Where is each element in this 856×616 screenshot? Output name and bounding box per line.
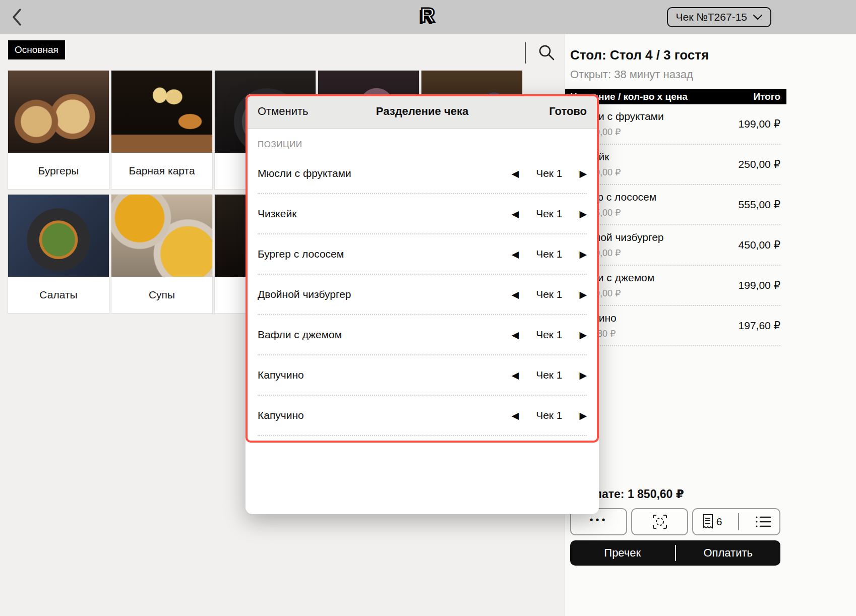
split-item-name: Вафли с джемом bbox=[258, 329, 512, 341]
order-panel: Стол: Стол 4 / 3 гостя Открыт: 38 минут … bbox=[565, 34, 856, 616]
check-selector-button[interactable]: Чек №Т267-15 bbox=[667, 7, 771, 27]
modal-title: Разделение чека bbox=[376, 105, 468, 118]
move-right-button[interactable]: ▶ bbox=[579, 289, 587, 300]
top-bar: R Чек №Т267-15 bbox=[0, 0, 856, 34]
category-tile-soups[interactable]: Супы bbox=[111, 195, 212, 313]
item-total: 197,60 ₽ bbox=[739, 320, 780, 332]
pay-button[interactable]: Оплатить bbox=[676, 546, 781, 560]
split-row: Мюсли с фруктами ◀ Чек 1 ▶ bbox=[258, 154, 587, 194]
order-row[interactable]: Бургер с лососем 1 x 555,00 ₽ 555,00 ₽ bbox=[570, 185, 780, 225]
receipt-list-button[interactable]: 6 bbox=[692, 508, 780, 535]
item-total: 555,00 ₽ bbox=[739, 199, 780, 211]
search-icon bbox=[537, 43, 556, 61]
split-item-name: Капучино bbox=[258, 409, 512, 421]
pay-bar: Пречек Оплатить bbox=[570, 540, 780, 566]
move-left-button[interactable]: ◀ bbox=[512, 410, 519, 421]
positions-section-label: ПОЗИЦИИ bbox=[258, 140, 599, 150]
split-row: Вафли с джемом ◀ Чек 1 ▶ bbox=[258, 315, 587, 355]
item-total: 450,00 ₽ bbox=[739, 239, 780, 251]
table-info: Стол: Стол 4 / 3 гостя bbox=[570, 47, 856, 63]
item-total: 199,00 ₽ bbox=[739, 118, 780, 130]
order-row[interactable]: Двойной чизбургер 1 x 450,00 ₽ 450,00 ₽ bbox=[570, 225, 780, 266]
tile-label: Супы bbox=[111, 277, 212, 313]
category-tab-main[interactable]: Основная bbox=[8, 40, 65, 59]
move-left-button[interactable]: ◀ bbox=[512, 329, 519, 340]
tile-label: Бургеры bbox=[8, 153, 109, 189]
check-assignment: Чек 1 bbox=[519, 288, 579, 300]
scan-icon bbox=[651, 513, 668, 530]
split-check-modal: Отменить Разделение чека Готово ПОЗИЦИИ … bbox=[246, 94, 599, 514]
order-row[interactable]: Мюсли с фруктами 1 x 199,00 ₽ 199,00 ₽ bbox=[570, 104, 780, 145]
tile-label: Салаты bbox=[8, 277, 109, 313]
scan-button[interactable] bbox=[631, 508, 688, 535]
order-row[interactable]: Чизкейк 1 x 250,00 ₽ 250,00 ₽ bbox=[570, 145, 780, 185]
split-row: Капучино ◀ Чек 1 ▶ bbox=[258, 355, 587, 396]
split-item-name: Капучино bbox=[258, 369, 512, 381]
chevron-down-icon bbox=[753, 15, 762, 20]
check-assignment: Чек 1 bbox=[519, 329, 579, 341]
soup-photo bbox=[111, 195, 212, 277]
list-icon bbox=[755, 515, 771, 528]
done-button[interactable]: Готово bbox=[549, 105, 587, 118]
category-tile-salads[interactable]: Салаты bbox=[8, 195, 109, 313]
category-tile-bar[interactable]: Барная карта bbox=[111, 71, 212, 189]
salad-photo bbox=[8, 195, 109, 277]
search-button[interactable] bbox=[535, 41, 558, 64]
item-total: 250,00 ₽ bbox=[739, 158, 780, 170]
move-left-button[interactable]: ◀ bbox=[512, 208, 519, 219]
split-item-name: Мюсли с фруктами bbox=[258, 167, 512, 179]
split-row: Бургер с лососем ◀ Чек 1 ▶ bbox=[258, 234, 587, 275]
check-assignment: Чек 1 bbox=[519, 208, 579, 220]
order-row[interactable]: Вафли с джемом 1 x 199,00 ₽ 199,00 ₽ bbox=[570, 266, 780, 306]
check-selector-label: Чек №Т267-15 bbox=[676, 11, 747, 23]
move-right-button[interactable]: ▶ bbox=[579, 410, 587, 421]
check-assignment: Чек 1 bbox=[519, 409, 579, 421]
search-divider bbox=[525, 42, 526, 64]
split-row: Двойной чизбургер ◀ Чек 1 ▶ bbox=[258, 275, 587, 315]
split-item-name: Бургер с лососем bbox=[258, 248, 512, 260]
check-assignment: Чек 1 bbox=[519, 167, 579, 179]
split-row: Капучино ◀ Чек 1 ▶ bbox=[258, 396, 587, 436]
precheck-button[interactable]: Пречек bbox=[570, 546, 675, 560]
tile-label: Барная карта bbox=[111, 153, 212, 189]
split-item-name: Чизкейк bbox=[258, 208, 512, 220]
check-assignment: Чек 1 bbox=[519, 248, 579, 260]
bar-photo bbox=[111, 71, 212, 153]
burgers-photo bbox=[8, 71, 109, 153]
action-buttons-row: ••• 6 bbox=[570, 508, 780, 535]
split-modal-header: Отменить Разделение чека Готово bbox=[246, 94, 599, 129]
move-right-button[interactable]: ▶ bbox=[579, 329, 587, 340]
move-left-button[interactable]: ◀ bbox=[512, 289, 519, 300]
ellipsis-icon: ••• bbox=[589, 514, 607, 526]
item-total: 199,00 ₽ bbox=[739, 279, 780, 291]
button-divider bbox=[738, 513, 739, 530]
opened-info: Открыт: 38 минут назад bbox=[570, 68, 856, 81]
check-assignment: Чек 1 bbox=[519, 369, 579, 381]
total-column-header: Итого bbox=[753, 91, 780, 102]
move-right-button[interactable]: ▶ bbox=[579, 208, 587, 219]
move-left-button[interactable]: ◀ bbox=[512, 168, 519, 179]
move-left-button[interactable]: ◀ bbox=[512, 249, 519, 260]
move-right-button[interactable]: ▶ bbox=[579, 249, 587, 260]
move-right-button[interactable]: ▶ bbox=[579, 168, 587, 179]
move-right-button[interactable]: ▶ bbox=[579, 369, 587, 381]
receipt-icon bbox=[701, 514, 714, 530]
split-row: Чизкейк ◀ Чек 1 ▶ bbox=[258, 194, 587, 234]
order-rows: Мюсли с фруктами 1 x 199,00 ₽ 199,00 ₽ Ч… bbox=[570, 104, 780, 346]
split-rows: Мюсли с фруктами ◀ Чек 1 ▶ Чизкейк ◀ Чек… bbox=[246, 154, 599, 436]
category-tile-burgers[interactable]: Бургеры bbox=[8, 71, 109, 189]
move-left-button[interactable]: ◀ bbox=[512, 369, 519, 381]
split-item-name: Двойной чизбургер bbox=[258, 288, 512, 300]
position-count: 6 bbox=[716, 516, 722, 528]
order-row[interactable]: Капучино 2 x 98,80 ₽ 197,60 ₽ bbox=[570, 306, 780, 346]
cancel-button[interactable]: Отменить bbox=[258, 105, 309, 118]
